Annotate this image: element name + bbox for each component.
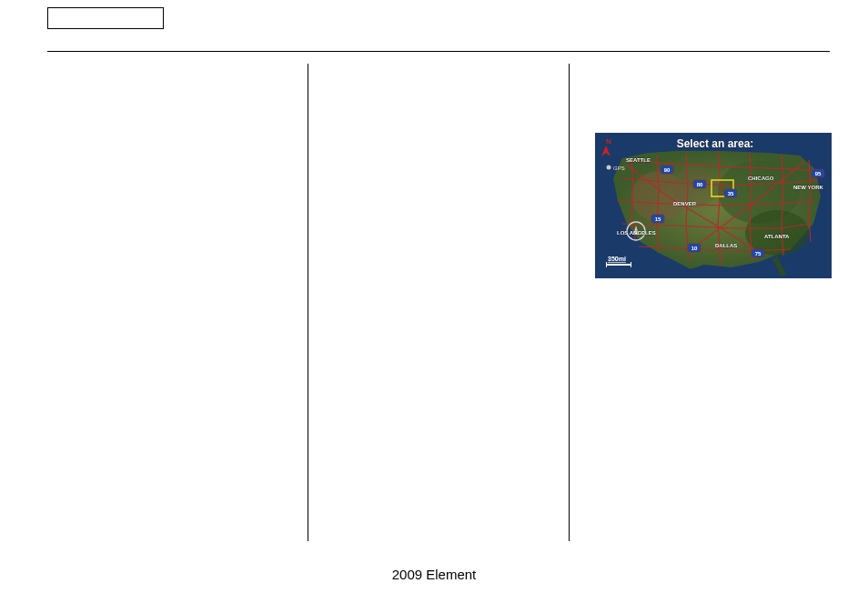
map-gps-label: GPS xyxy=(613,166,625,171)
map-hwy-90: 90 xyxy=(664,167,671,173)
map-image: N GPS Select an area: SEATTLE DENVER CHI… xyxy=(595,133,832,278)
map-hwy-10: 10 xyxy=(691,246,698,251)
content-columns: N GPS Select an area: SEATTLE DENVER CHI… xyxy=(47,64,830,546)
column-2 xyxy=(308,64,569,546)
map-scale-label: 350mi xyxy=(608,256,626,262)
map-selector[interactable]: N GPS Select an area: SEATTLE DENVER CHI… xyxy=(595,133,832,278)
column-1 xyxy=(47,64,308,546)
map-city-chicago: CHICAGO xyxy=(748,176,774,181)
map-hwy-75: 75 xyxy=(755,251,762,256)
map-hwy-95: 95 xyxy=(815,171,822,176)
svg-point-4 xyxy=(745,210,809,256)
map-city-seattle: SEATTLE xyxy=(626,157,651,163)
map-city-denver: DENVER xyxy=(673,201,697,206)
map-city-newyork: NEW YORK xyxy=(793,185,824,190)
svg-point-9 xyxy=(607,166,611,170)
column-3: N GPS Select an area: SEATTLE DENVER CHI… xyxy=(570,64,830,546)
map-hwy-80: 80 xyxy=(697,182,703,187)
map-compass-label: N xyxy=(606,137,611,146)
svg-rect-18 xyxy=(606,262,607,267)
map-hwy-15: 15 xyxy=(655,216,661,222)
map-hwy-35: 35 xyxy=(728,191,734,196)
map-city-dallas: DALLAS xyxy=(715,243,737,248)
map-title: Select an area: xyxy=(677,137,754,150)
header-input-box xyxy=(47,7,164,29)
map-city-atlanta: ATLANTA xyxy=(764,234,790,239)
header-divider xyxy=(47,51,830,52)
map-city-la: LOS ANGELES xyxy=(617,230,656,236)
svg-rect-19 xyxy=(631,262,631,267)
footer-text: 2009 Element xyxy=(0,567,868,582)
svg-rect-17 xyxy=(606,264,631,266)
